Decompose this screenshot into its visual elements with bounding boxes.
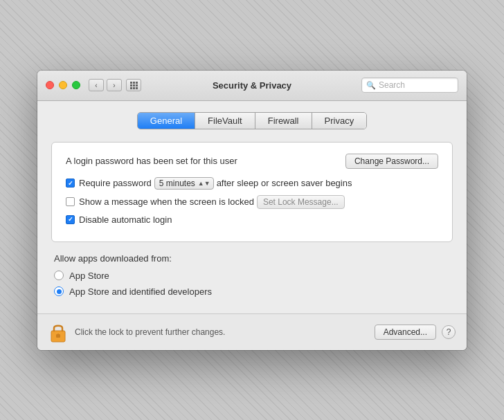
nav-buttons: ‹ › bbox=[89, 79, 122, 91]
allow-section: Allow apps downloaded from: App Store Ap… bbox=[51, 253, 453, 297]
require-password-row: Require password 5 minutes ▲▼ after slee… bbox=[66, 177, 438, 190]
footer: Click the lock to prevent further change… bbox=[37, 313, 467, 350]
back-button[interactable]: ‹ bbox=[89, 79, 104, 91]
search-placeholder: Search bbox=[379, 80, 405, 90]
svg-rect-0 bbox=[130, 82, 132, 84]
titlebar: ‹ › Security & Privacy 🔍 Search bbox=[37, 71, 467, 101]
traffic-lights bbox=[46, 81, 80, 89]
advanced-button[interactable]: Advanced... bbox=[375, 325, 436, 340]
svg-rect-5 bbox=[136, 84, 138, 86]
search-icon: 🔍 bbox=[366, 81, 376, 90]
tab-filevault[interactable]: FileVault bbox=[195, 113, 255, 129]
disable-autologin-label: Disable automatic login bbox=[79, 214, 172, 225]
svg-rect-3 bbox=[130, 84, 132, 86]
minimize-button[interactable] bbox=[59, 81, 67, 89]
content-area: General FileVault Firewall Privacy A log… bbox=[37, 101, 467, 313]
disable-autologin-checkbox[interactable] bbox=[66, 215, 75, 224]
dropdown-arrow-icon: ▲▼ bbox=[198, 180, 210, 187]
tab-firewall[interactable]: Firewall bbox=[255, 113, 312, 129]
radio-app-store-label: App Store bbox=[69, 271, 109, 281]
svg-rect-4 bbox=[133, 84, 135, 86]
lock-icon bbox=[48, 321, 68, 343]
window-title: Security & Privacy bbox=[213, 80, 291, 91]
tab-general[interactable]: General bbox=[138, 113, 195, 129]
grid-button[interactable] bbox=[126, 79, 141, 91]
set-lock-message-button[interactable]: Set Lock Message... bbox=[257, 195, 345, 209]
require-password-label: Require password bbox=[79, 178, 152, 188]
password-timeout-dropdown[interactable]: 5 minutes ▲▼ bbox=[154, 177, 214, 190]
radio-app-store-identified-label: App Store and identified developers bbox=[69, 286, 212, 297]
radio-app-store[interactable] bbox=[54, 271, 64, 280]
login-section: A login password has been set for this u… bbox=[51, 142, 453, 242]
radio-app-store-row: App Store bbox=[54, 271, 450, 281]
dropdown-value: 5 minutes bbox=[159, 179, 195, 188]
require-password-suffix: after sleep or screen saver begins bbox=[217, 178, 352, 188]
help-button[interactable]: ? bbox=[442, 325, 456, 339]
login-row: A login password has been set for this u… bbox=[66, 154, 438, 169]
svg-rect-11 bbox=[57, 334, 59, 336]
close-button[interactable] bbox=[46, 81, 54, 89]
tab-group: General FileVault Firewall Privacy bbox=[137, 112, 367, 129]
svg-rect-8 bbox=[136, 87, 138, 89]
svg-rect-2 bbox=[136, 82, 138, 84]
show-message-label: Show a message when the screen is locked bbox=[79, 197, 254, 207]
login-label: A login password has been set for this u… bbox=[66, 156, 237, 166]
footer-lock-text: Click the lock to prevent further change… bbox=[75, 327, 375, 337]
change-password-button[interactable]: Change Password... bbox=[345, 154, 438, 169]
allow-title: Allow apps downloaded from: bbox=[54, 253, 450, 264]
svg-rect-7 bbox=[133, 87, 135, 89]
maximize-button[interactable] bbox=[72, 81, 80, 89]
radio-app-store-identified-row: App Store and identified developers bbox=[54, 286, 450, 297]
tabs-container: General FileVault Firewall Privacy bbox=[51, 112, 453, 129]
show-message-checkbox[interactable] bbox=[66, 197, 75, 206]
radio-app-store-identified[interactable] bbox=[54, 286, 64, 296]
svg-rect-6 bbox=[130, 87, 132, 89]
require-password-checkbox[interactable] bbox=[66, 179, 75, 188]
svg-rect-1 bbox=[133, 82, 135, 84]
disable-autologin-row: Disable automatic login bbox=[66, 214, 438, 225]
search-box[interactable]: 🔍 Search bbox=[361, 77, 458, 93]
main-window: ‹ › Security & Privacy 🔍 Search bbox=[37, 71, 467, 350]
forward-button[interactable]: › bbox=[107, 79, 122, 91]
show-message-row: Show a message when the screen is locked… bbox=[66, 195, 438, 209]
tab-privacy[interactable]: Privacy bbox=[312, 113, 367, 129]
